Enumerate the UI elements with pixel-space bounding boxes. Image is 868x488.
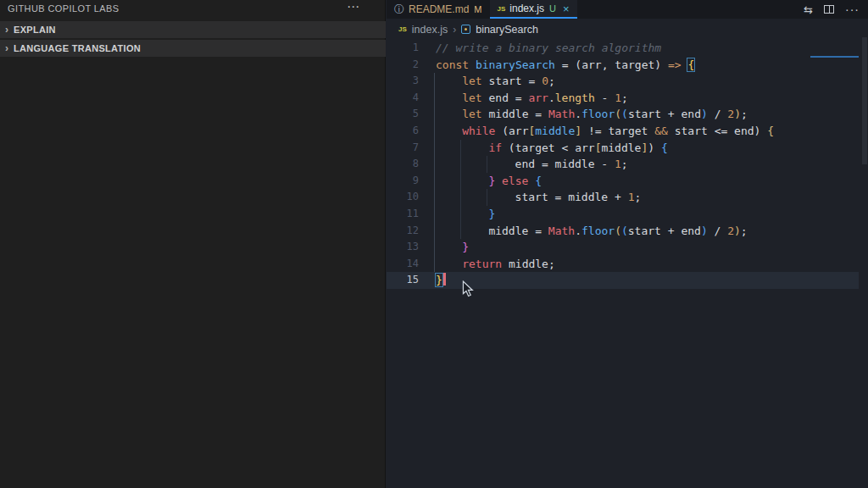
indent-guide [434,73,435,90]
indent-guide [460,140,461,157]
code-editor[interactable]: 1// write a binary search algorithm2cons… [387,40,868,289]
sidebar-more-actions-icon[interactable]: ⋯ [347,0,359,14]
indent-guide [434,256,435,273]
line-number: 2 [387,57,419,74]
code-line[interactable]: 15} [387,272,868,289]
sidebar-section-language-translation[interactable]: › LANGUAGE TRANSLATION [0,40,386,57]
code-text: start = middle + 1; [515,189,642,206]
copilot-labs-sidebar: GITHUB COPILOT LABS ⋯ › EXPLAIN › LANGUA… [0,0,386,488]
indent-guide [434,173,435,190]
code-line[interactable]: 1// write a binary search algorithm [387,40,868,57]
code-text: } [462,239,469,256]
code-text: if (target < arr[middle]) { [488,140,667,157]
code-line[interactable]: 8end = middle - 1; [387,156,868,173]
breadcrumb-file[interactable]: index.js [412,24,448,36]
line-number: 12 [387,223,419,240]
line-number: 10 [387,189,419,206]
code-text: let middle = Math.floor((start + end) / … [462,106,748,123]
code-text: const binarySearch = (arr, target) => { [436,57,694,74]
indent-guide [434,140,435,157]
line-number: 9 [387,173,419,190]
indent-guide [460,206,461,223]
code-line[interactable]: 2const binarySearch = (arr, target) => { [387,57,868,74]
indent-guide [487,189,487,206]
symbol-icon [461,25,470,34]
code-text: } [488,206,495,223]
info-file-icon: ⓘ [394,3,404,17]
indent-guide [434,239,435,256]
line-number: 15 [387,272,419,289]
code-line[interactable]: 14return middle; [387,256,868,273]
indent-guide [460,156,461,173]
indent-guide [460,189,461,206]
current-line-highlight [387,272,859,289]
git-status-badge: U [549,3,556,14]
code-line[interactable]: 13} [387,239,868,256]
open-changes-icon[interactable]: ⇆ [804,3,813,16]
code-text: end = middle - 1; [515,156,628,173]
indent-guide [434,90,435,107]
code-text: while (arr[middle] != target && start <=… [462,123,774,140]
text-cursor [443,273,446,286]
js-file-icon: JS [398,25,407,33]
code-line[interactable]: 3let start = 0; [387,73,868,90]
code-line[interactable]: 9} else { [387,173,868,190]
minimap-line [810,56,857,58]
code-line[interactable]: 11} [387,206,868,223]
indent-guide [434,106,435,123]
code-line[interactable]: 5let middle = Math.floor((start + end) /… [387,106,868,123]
mouse-cursor [462,280,474,297]
tab-bar: ⓘREADME.mdMJSindex.jsU× ⇆ ··· [387,0,868,19]
code-text: } [436,272,446,289]
breadcrumb: JS index.js › binarySearch [387,19,868,40]
line-number: 5 [387,106,419,123]
indent-guide [434,156,435,173]
tab-label: README.md [409,3,469,15]
more-actions-icon[interactable]: ··· [845,3,860,16]
minimap-current-line [810,56,859,58]
code-line[interactable]: 6while (arr[middle] != target && start <… [387,123,868,140]
tab-README.md[interactable]: ⓘREADME.mdM [387,0,490,19]
editor-actions: ⇆ ··· [804,0,860,19]
line-number: 7 [387,140,419,157]
code-line[interactable]: 12middle = Math.floor((start + end) / 2)… [387,223,868,240]
indent-guide [434,223,435,240]
sidebar-section-explain[interactable]: › EXPLAIN [0,21,386,38]
indent-guide [434,189,435,206]
section-label: LANGUAGE TRANSLATION [14,43,141,53]
line-number: 8 [387,156,419,173]
tab-index.js[interactable]: JSindex.jsU× [490,0,577,19]
git-status-badge: M [474,4,481,14]
code-line[interactable]: 4let end = arr.length - 1; [387,90,868,107]
line-number: 4 [387,90,419,107]
tab-label: index.js [509,3,544,14]
section-label: EXPLAIN [14,25,56,35]
line-number: 3 [387,73,419,90]
line-number: 13 [387,239,419,256]
sidebar-title: GITHUB COPILOT LABS [8,3,119,14]
minimap[interactable] [810,38,857,58]
code-text: } else { [488,173,542,190]
breadcrumb-symbol[interactable]: binarySearch [476,24,538,36]
indent-guide [434,206,435,223]
line-number: 6 [387,123,419,140]
split-editor-icon[interactable] [824,5,834,14]
indent-guide [460,173,461,190]
code-line[interactable]: 7if (target < arr[middle]) { [387,140,868,157]
breadcrumb-separator-icon: › [453,24,456,36]
code-text: let start = 0; [462,73,555,90]
js-file-icon: JS [498,5,506,13]
line-number: 11 [387,206,419,223]
chevron-right-icon: › [5,42,8,54]
code-line[interactable]: 10start = middle + 1; [387,189,868,206]
close-icon[interactable]: × [563,3,570,14]
chevron-right-icon: › [5,23,8,36]
code-text: // write a binary search algorithm [436,40,661,57]
line-number: 1 [387,40,419,57]
indent-guide [434,123,435,140]
indent-guide [487,156,487,173]
code-text: let end = arr.length - 1; [462,90,628,107]
indent-guide [460,223,461,240]
editor-group: ⓘREADME.mdMJSindex.jsU× ⇆ ··· JS index.j… [387,0,868,488]
scrollbar[interactable] [862,37,867,164]
